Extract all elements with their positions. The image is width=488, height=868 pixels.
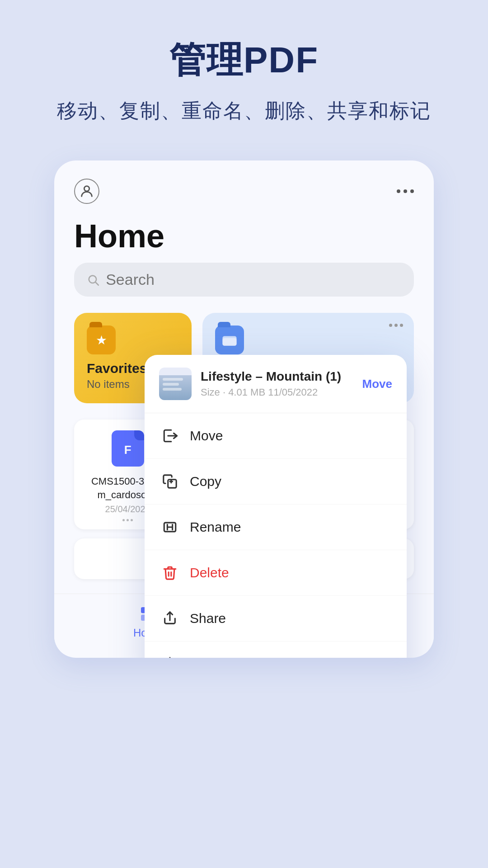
menu-item-copy[interactable]: Copy xyxy=(145,459,407,505)
menu-item-share[interactable]: Share xyxy=(145,596,407,642)
menu-item-delete[interactable]: Delete xyxy=(145,550,407,596)
file-date-1: 25/04/2022 xyxy=(105,504,150,514)
menu-item-rename[interactable]: Rename xyxy=(145,505,407,550)
move-icon xyxy=(161,427,179,445)
home-title: Home xyxy=(54,213,434,263)
favorites-icon xyxy=(161,655,179,658)
avatar-icon[interactable] xyxy=(74,179,99,204)
context-filename: Lifestyle – Mountain (1) xyxy=(201,369,353,384)
rename-icon xyxy=(161,518,179,536)
menu-item-favorites-label: Favorites xyxy=(190,656,245,658)
pdf-icon-1: F xyxy=(112,430,144,467)
menu-item-move-label: Move xyxy=(190,428,223,443)
menu-item-delete-label: Delete xyxy=(190,565,229,580)
context-file-meta: Size · 4.01 MB 11/05/2022 xyxy=(201,387,353,398)
delete-icon xyxy=(161,564,179,582)
search-icon xyxy=(87,273,99,287)
share-icon xyxy=(161,609,179,627)
menu-item-favorites[interactable]: Favorites xyxy=(145,642,407,658)
menu-item-share-label: Share xyxy=(190,611,226,626)
context-file-thumbnail xyxy=(159,368,192,400)
search-bar[interactable] xyxy=(74,263,414,297)
context-file-info: Lifestyle – Mountain (1) Size · 4.01 MB … xyxy=(201,369,353,398)
app-card: Home ★ Favorites No items xyxy=(54,160,434,658)
context-move-shortcut[interactable]: Move xyxy=(362,377,392,391)
context-menu: Lifestyle – Mountain (1) Size · 4.01 MB … xyxy=(145,355,407,658)
page-subtitle: 移动、复制、重命名、删除、共享和标记 xyxy=(57,98,431,124)
svg-point-0 xyxy=(84,186,89,191)
context-file-header: Lifestyle – Mountain (1) Size · 4.01 MB … xyxy=(145,355,407,413)
menu-item-move[interactable]: Move xyxy=(145,413,407,459)
search-input[interactable] xyxy=(106,271,401,288)
copy-icon xyxy=(161,472,179,491)
more-menu-button[interactable] xyxy=(397,189,414,193)
favorites-folder-icon: ★ xyxy=(87,326,116,354)
top-bar xyxy=(54,160,434,213)
svg-line-2 xyxy=(95,282,98,285)
svg-rect-4 xyxy=(222,338,236,346)
folder-dots[interactable] xyxy=(389,324,403,327)
blue-folder-icon xyxy=(215,326,244,354)
page-title: 管理PDF xyxy=(169,36,319,85)
menu-item-copy-label: Copy xyxy=(190,474,221,489)
file-more-1[interactable] xyxy=(122,519,133,521)
menu-item-rename-label: Rename xyxy=(190,519,241,535)
